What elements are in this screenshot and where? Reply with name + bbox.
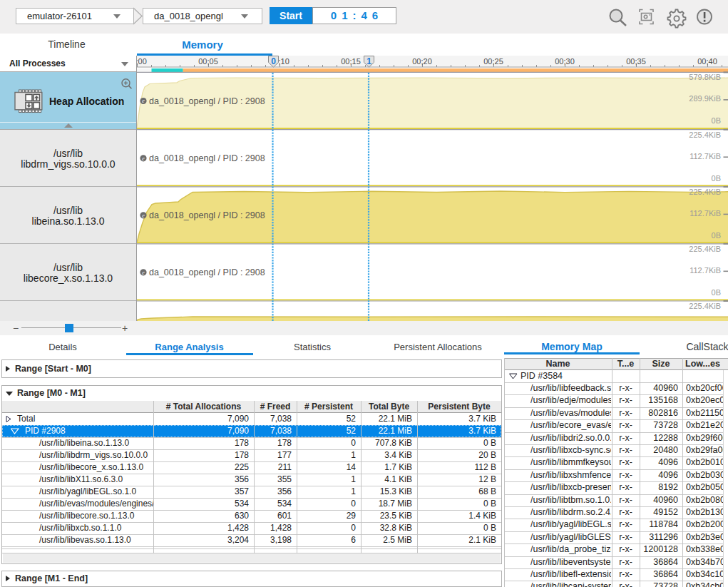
svg-text:112.7KiB: 112.7KiB [689, 152, 721, 160]
svg-text:112.7KiB: 112.7KiB [689, 209, 721, 218]
svg-text:0B: 0B [712, 288, 721, 297]
svg-text:e: e [142, 270, 145, 276]
svg-text:289.9KiB: 289.9KiB [689, 94, 721, 103]
svg-text:da_0018_opengl / PID : 2908: da_0018_opengl / PID : 2908 [149, 96, 265, 106]
svg-text:da_0018_opengl / PID : 2908: da_0018_opengl / PID : 2908 [149, 210, 265, 220]
svg-text:0B: 0B [712, 231, 721, 240]
svg-text:1: 1 [366, 56, 371, 66]
svg-text:225.4KiB: 225.4KiB [689, 188, 721, 196]
svg-text:225.4KiB: 225.4KiB [689, 302, 721, 310]
svg-text:00;00: 00;00 [137, 57, 147, 66]
svg-text:e: e [142, 98, 145, 104]
svg-text:00;35: 00;35 [626, 57, 646, 66]
svg-text:225.4KiB: 225.4KiB [689, 245, 721, 253]
svg-text:00;20: 00;20 [412, 57, 432, 66]
svg-text:0B: 0B [712, 116, 721, 125]
svg-text:00;30: 00;30 [555, 57, 575, 66]
svg-text:00;40: 00;40 [697, 57, 717, 66]
svg-text:00;15: 00;15 [341, 57, 361, 66]
svg-text:da_0018_opengl / PID : 2908: da_0018_opengl / PID : 2908 [149, 267, 265, 277]
svg-text:00;05: 00;05 [198, 57, 218, 66]
svg-text:00;25: 00;25 [483, 57, 503, 66]
svg-text:0B: 0B [712, 174, 721, 183]
svg-text:225.4KiB: 225.4KiB [689, 131, 721, 139]
svg-text:579.8KiB: 579.8KiB [689, 73, 721, 81]
svg-text:e: e [142, 155, 145, 162]
svg-text:da_0018_opengl / PID : 2908: da_0018_opengl / PID : 2908 [149, 153, 265, 163]
svg-text:0: 0 [271, 56, 276, 66]
svg-text:e: e [142, 213, 145, 219]
svg-text:112.7KiB: 112.7KiB [689, 266, 721, 275]
